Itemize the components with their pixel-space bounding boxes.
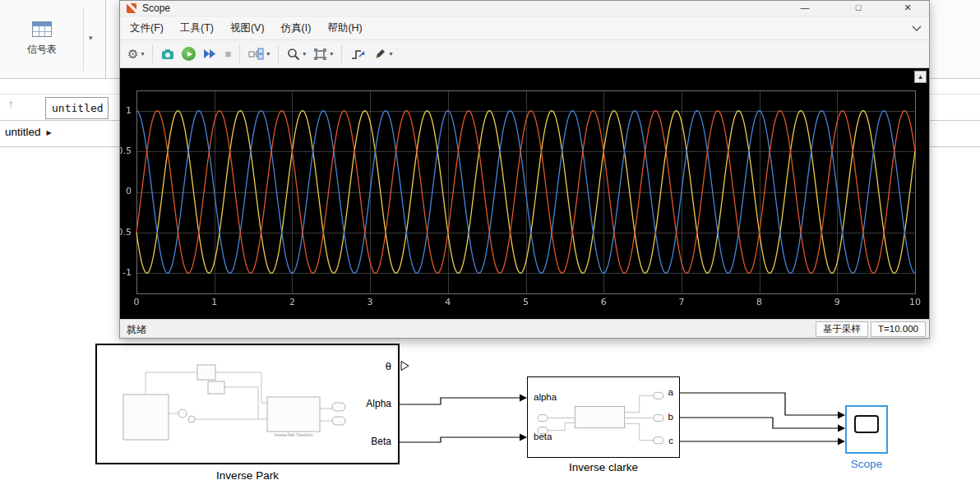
- scope-plot[interactable]: [120, 68, 929, 319]
- gear-icon: ⚙: [127, 48, 138, 60]
- port-label-beta-in: beta: [534, 432, 552, 441]
- menu-view[interactable]: 视图(V): [222, 16, 273, 39]
- panel-separator: [83, 7, 84, 72]
- expand-scope-controls-button[interactable]: ▴: [914, 71, 927, 83]
- stop-icon: ■: [224, 48, 231, 59]
- unconnected-port-arrow: [401, 362, 409, 371]
- window-title: Scope: [142, 2, 170, 14]
- maximize-button[interactable]: □: [846, 1, 871, 16]
- chevron-down-icon: ▾: [141, 50, 144, 58]
- scope-block-screen-icon: [854, 415, 879, 433]
- menu-file[interactable]: 文件(F): [122, 16, 172, 39]
- scope-menubar: 文件(F) 工具(T) 视图(V) 仿真(I) 帮助(H): [120, 16, 929, 40]
- signal-table-icon: [32, 21, 52, 37]
- close-button[interactable]: ✕: [895, 1, 920, 16]
- signal-table-button[interactable]: 信号表: [3, 3, 81, 74]
- port-label-alpha-in: alpha: [534, 392, 557, 402]
- port-label-theta: θ: [386, 360, 391, 372]
- scope-block[interactable]: [845, 405, 888, 454]
- magnifier-icon: [287, 48, 300, 61]
- matlab-app-icon: [127, 3, 136, 13]
- subsystem-preview: [528, 377, 679, 457]
- inverse-clarke-block[interactable]: alpha beta a b c: [527, 376, 680, 458]
- menu-overflow-icon[interactable]: [912, 25, 922, 32]
- port-label-b-out: b: [668, 412, 673, 422]
- simulink-editor: 信号表 ▾ ↑ untitled untitled ▶: [0, 0, 980, 494]
- status-ready-text: 就绪: [127, 323, 146, 337]
- toolbar-separator: [152, 45, 153, 63]
- minimize-button[interactable]: —: [793, 1, 817, 16]
- play-icon: ▶: [182, 47, 196, 61]
- scope-toolbar: ⚙ ▾ ▶ ■: [120, 40, 929, 68]
- step-forward-button[interactable]: [201, 44, 220, 65]
- port-label-beta: Beta: [371, 436, 391, 447]
- port-label-a-out: a: [668, 387, 673, 397]
- scope-window[interactable]: Scope — □ ✕ 文件(F) 工具(T) 视图(V) 仿真(I) 帮助(H…: [119, 0, 930, 339]
- chevron-down-icon: ▾: [389, 50, 392, 58]
- breadcrumb[interactable]: untitled ▶: [5, 126, 52, 138]
- settings-button[interactable]: ⚙ ▾: [125, 44, 146, 65]
- fit-to-view-button[interactable]: ▾: [311, 44, 335, 65]
- subsystem-preview: [97, 345, 398, 463]
- menu-help[interactable]: 帮助(H): [319, 16, 370, 39]
- toolbar-separator: [278, 45, 279, 63]
- scope-statusbar: 就绪 基于采样 T=10.000: [120, 319, 929, 338]
- chevron-down-icon: ▾: [266, 50, 270, 58]
- signal-table-label: 信号表: [27, 43, 57, 57]
- inverse-park-block[interactable]: Inverse Park Transform θ Alpha Beta: [95, 344, 400, 464]
- toolbar-separator: [239, 45, 240, 63]
- port-label-alpha: Alpha: [366, 398, 391, 409]
- scope-plot-area: ▴: [120, 68, 929, 319]
- toolbar-separator: [341, 45, 342, 63]
- scope-titlebar[interactable]: Scope — □ ✕: [120, 1, 929, 16]
- chevron-down-icon[interactable]: ▾: [89, 34, 93, 42]
- menu-simulation[interactable]: 仿真(I): [273, 16, 320, 39]
- status-sim-time: T=10.000: [871, 321, 926, 337]
- inverse-park-block-label[interactable]: Inverse Park: [95, 469, 400, 482]
- scope-block-label[interactable]: Scope: [837, 458, 896, 470]
- port-label-c-out: c: [668, 436, 673, 446]
- run-button[interactable]: ▶: [179, 44, 198, 65]
- breadcrumb-expander-icon[interactable]: ▶: [47, 129, 52, 136]
- model-tab-untitled[interactable]: untitled: [45, 97, 109, 119]
- zoom-button[interactable]: ▾: [284, 44, 308, 65]
- stepping-options-icon: [248, 48, 264, 60]
- stepping-options-button[interactable]: ▾: [246, 44, 272, 65]
- snapshot-button[interactable]: [159, 44, 177, 65]
- measurements-button[interactable]: ▾: [371, 44, 395, 65]
- status-sample-mode: 基于采样: [816, 321, 868, 337]
- fit-to-view-icon: [313, 48, 327, 61]
- signal-table-panel: 信号表 ▾: [0, 0, 106, 78]
- subsystem-preview-caption: Inverse Park Transform: [247, 433, 340, 437]
- trigger-icon: [350, 48, 366, 61]
- inverse-clarke-block-label[interactable]: Inverse clarke: [527, 461, 680, 473]
- stop-button[interactable]: ■: [222, 44, 233, 65]
- breadcrumb-item[interactable]: untitled: [5, 126, 41, 138]
- chevron-down-icon: ▾: [330, 50, 333, 58]
- step-forward-icon: [203, 48, 217, 59]
- chevron-down-icon: ▾: [303, 50, 306, 58]
- navigate-up-icon[interactable]: ↑: [7, 97, 14, 112]
- snapshot-icon: [161, 48, 174, 60]
- pen-icon: [373, 48, 386, 61]
- menu-tools[interactable]: 工具(T): [172, 16, 222, 39]
- trigger-button[interactable]: [348, 44, 368, 65]
